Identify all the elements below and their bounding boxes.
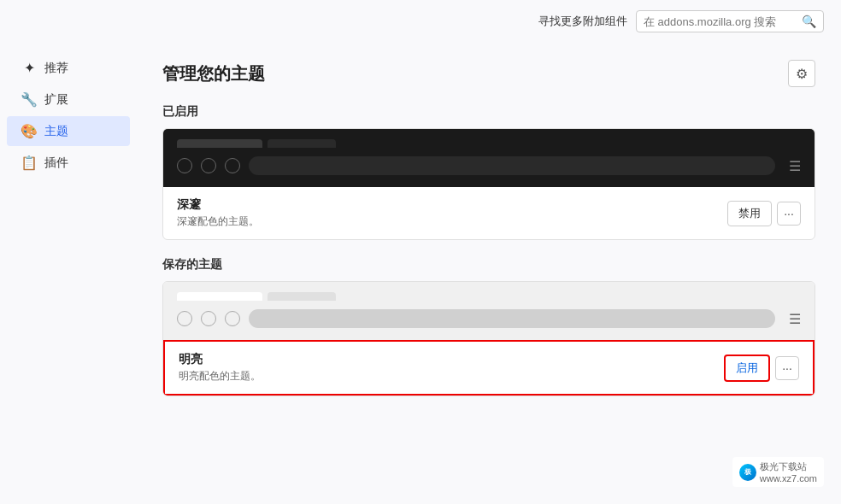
saved-theme-text: 明亮 明亮配色的主题。 xyxy=(179,352,261,384)
search-input[interactable] xyxy=(644,15,797,28)
saved-theme-card: ☰ 明亮 明亮配色的主题。 启用 ··· xyxy=(162,281,815,396)
saved-theme-desc: 明亮配色的主题。 xyxy=(179,369,261,384)
watermark-logo-text: 极 xyxy=(744,467,751,477)
page-title: 管理您的主题 xyxy=(162,62,265,85)
search-icon[interactable]: 🔍 xyxy=(802,15,816,28)
saved-theme-name: 明亮 xyxy=(179,352,261,367)
sidebar-item-extensions-label: 扩展 xyxy=(44,92,68,108)
disable-button[interactable]: 禁用 xyxy=(727,201,772,226)
top-bar: 寻找更多附加组件 🔍 xyxy=(0,0,841,43)
page-header: 管理您的主题 ⚙ xyxy=(162,60,815,87)
watermark-site-url: www.xz7.com xyxy=(760,473,817,483)
watermark-text: 极光下载站 www.xz7.com xyxy=(760,460,817,483)
extensions-icon: 🔧 xyxy=(21,91,38,108)
more-icon-enabled: ··· xyxy=(784,207,794,220)
enabled-theme-actions: 禁用 ··· xyxy=(727,201,801,226)
enabled-theme-text: 深邃 深邃配色的主题。 xyxy=(177,197,259,229)
saved-section-title: 保存的主题 xyxy=(162,257,815,273)
forward-btn-light xyxy=(201,311,216,326)
sidebar-item-extensions[interactable]: 🔧 扩展 xyxy=(7,85,130,114)
light-tab-inactive xyxy=(268,292,336,301)
refresh-btn-light xyxy=(225,311,240,326)
forward-btn-dark xyxy=(201,158,216,173)
light-theme-preview: ☰ xyxy=(163,282,815,340)
sidebar-item-plugins-label: 插件 xyxy=(44,155,68,171)
content-area: 管理您的主题 ⚙ 已启用 ☰ xyxy=(137,43,841,504)
refresh-btn-dark xyxy=(225,158,240,173)
find-addons-label: 寻找更多附加组件 xyxy=(538,14,627,29)
sidebar-item-plugins[interactable]: 📋 插件 xyxy=(7,148,130,178)
dark-tab-inactive xyxy=(268,139,336,148)
dark-theme-toolbar: ☰ xyxy=(177,156,801,175)
address-bar-light xyxy=(249,309,775,328)
watermark-logo: 极 xyxy=(739,464,756,481)
back-btn-dark xyxy=(177,158,192,173)
search-box: 🔍 xyxy=(636,10,824,32)
dark-theme-preview: ☰ xyxy=(163,129,815,187)
menu-icon-dark: ☰ xyxy=(789,158,801,174)
enabled-more-button[interactable]: ··· xyxy=(777,202,801,226)
sidebar-item-recommend-label: 推荐 xyxy=(44,61,68,76)
enable-button[interactable]: 启用 xyxy=(724,355,770,382)
themes-icon: 🎨 xyxy=(21,123,38,139)
enabled-section-title: 已启用 xyxy=(162,104,815,120)
sidebar: ✦ 推荐 🔧 扩展 🎨 主题 📋 插件 xyxy=(0,43,137,504)
back-btn-light xyxy=(177,311,192,326)
enabled-theme-name: 深邃 xyxy=(177,197,259,213)
light-theme-tabs xyxy=(177,292,801,301)
more-icon-saved: ··· xyxy=(782,361,792,375)
dark-theme-tabs xyxy=(177,139,801,148)
sidebar-item-themes[interactable]: 🎨 主题 xyxy=(7,116,130,146)
plugins-icon: 📋 xyxy=(21,155,38,171)
saved-theme-info: 明亮 明亮配色的主题。 启用 ··· xyxy=(163,340,815,396)
watermark-site-name: 极光下载站 xyxy=(760,460,817,473)
light-tab-active xyxy=(177,292,262,301)
sidebar-item-recommend[interactable]: ✦ 推荐 xyxy=(7,53,130,83)
light-theme-toolbar: ☰ xyxy=(177,309,801,328)
watermark: 极 极光下载站 www.xz7.com xyxy=(732,457,824,487)
enabled-theme-desc: 深邃配色的主题。 xyxy=(177,214,259,229)
enabled-theme-info: 深邃 深邃配色的主题。 禁用 ··· xyxy=(163,187,815,239)
saved-more-button[interactable]: ··· xyxy=(775,356,799,380)
settings-button[interactable]: ⚙ xyxy=(788,60,815,87)
address-bar-dark xyxy=(249,156,775,175)
sidebar-item-themes-label: 主题 xyxy=(44,124,68,139)
menu-icon-light: ☰ xyxy=(789,311,801,327)
recommend-icon: ✦ xyxy=(21,60,38,76)
saved-theme-actions: 启用 ··· xyxy=(724,355,799,382)
gear-icon: ⚙ xyxy=(796,66,808,82)
main-layout: ✦ 推荐 🔧 扩展 🎨 主题 📋 插件 管理您的主题 ⚙ 已启用 xyxy=(0,43,841,504)
enabled-theme-card: ☰ 深邃 深邃配色的主题。 禁用 ··· xyxy=(162,128,815,240)
dark-tab-active xyxy=(177,139,262,148)
